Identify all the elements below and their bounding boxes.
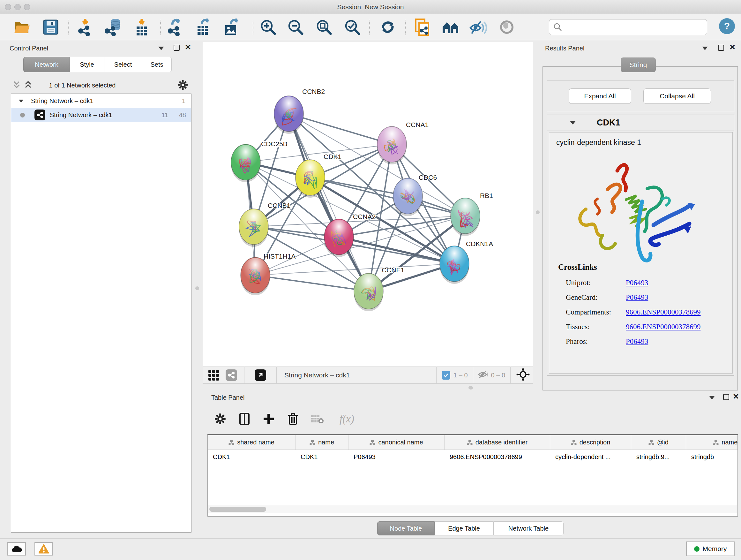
search-input[interactable] [549,19,707,35]
zoom-in-button[interactable] [259,17,277,37]
network-canvas[interactable]: CCNB2CCNA1CDC25BCDK1CDC6RB1CCNB1CCNA2CDK… [203,42,533,367]
network-node-RB1[interactable] [451,198,480,236]
hidden-items-button[interactable] [478,370,488,381]
show-details-button[interactable] [497,17,516,37]
column-header-description[interactable]: description [550,435,631,449]
function-builder-button[interactable]: f(x) [333,411,360,427]
column-header-shared-name[interactable]: shared name [208,435,295,449]
crosslink-link[interactable]: P06493 [626,294,648,302]
save-session-button[interactable] [42,17,60,37]
collapse-entry-icon[interactable] [570,121,576,125]
table-horizontal-scrollbar[interactable] [208,505,737,513]
table-cell[interactable]: P06493 [348,450,445,464]
network-node-CCNE1[interactable] [354,273,383,311]
clone-network-button[interactable] [413,17,431,37]
panel-collapse-icon[interactable] [709,396,715,399]
panel-collapse-icon[interactable] [702,47,708,50]
warnings-button[interactable] [35,542,53,556]
panel-close-icon[interactable]: ✕ [733,393,739,400]
table-cell[interactable]: CDK1 [295,450,348,464]
zoom-selected-button[interactable] [343,17,361,37]
import-network-file-button[interactable] [76,17,94,37]
column-header--id[interactable]: @id [631,435,686,449]
import-table-file-button[interactable] [132,17,151,37]
export-table-button[interactable] [194,17,212,37]
network-edge[interactable] [255,275,368,291]
crosslink-link[interactable]: 9606.ENSP00000378699 [626,308,701,316]
hide-details-button[interactable] [469,17,488,37]
column-header-namespace[interactable]: namespace [686,435,738,449]
show-grid-button[interactable] [205,367,222,383]
expand-all-button[interactable]: Expand All [569,88,631,104]
network-options-button[interactable] [178,79,188,91]
tab-edge-table[interactable]: Edge Table [434,521,493,536]
share-network-button[interactable] [226,369,237,381]
panel-float-icon[interactable] [174,45,180,51]
refresh-button[interactable] [379,17,397,37]
network-node-CCNB2[interactable] [274,96,304,134]
delete-column-button[interactable] [285,411,301,427]
network-node-CDKN1A[interactable] [440,246,469,284]
panel-float-icon[interactable] [723,394,729,400]
tab-style[interactable]: Style [70,57,104,72]
crosslink-link[interactable]: 9606.ENSP00000378699 [626,323,701,331]
panel-close-icon[interactable]: ✕ [729,44,736,51]
table-cell[interactable]: stringdb [686,450,738,464]
table-cell[interactable]: CDK1 [208,450,295,464]
first-neighbors-button[interactable] [441,17,460,37]
show-columns-button[interactable] [236,411,253,427]
tab-sets[interactable]: Sets [142,57,172,72]
network-node-CDK1[interactable] [295,160,325,198]
tab-network-table[interactable]: Network Table [493,521,563,536]
zoom-out-button[interactable] [286,17,305,37]
scrollbar-thumb[interactable] [209,507,266,512]
column-header-database-identifier[interactable]: database identifier [445,435,550,449]
table-cell[interactable]: stringdb:9... [631,450,686,464]
network-graph[interactable]: CCNB2CCNA1CDC25BCDK1CDC6RB1CCNB1CCNA2CDK… [203,42,533,367]
tab-string[interactable]: String [621,57,656,72]
cloud-status-button[interactable] [7,542,26,556]
table-cell[interactable]: 9606.ENSP00000378699 [445,450,550,464]
crosslink-link[interactable]: P06493 [626,337,648,346]
table-settings-button[interactable] [212,411,228,427]
vertical-splitter-handle[interactable] [536,210,540,214]
network-node-CCNA2[interactable] [324,219,354,257]
open-session-button[interactable] [13,17,31,37]
gene-card-header[interactable]: CDK1 [547,115,734,131]
help-button[interactable]: ? [719,18,735,34]
create-column-button[interactable] [260,411,277,427]
network-node-CDC25B[interactable] [231,144,260,182]
birdseye-view-button[interactable] [255,369,266,381]
clear-table-button[interactable] [309,411,326,427]
fit-selected-button[interactable] [516,368,530,382]
horizontal-splitter-handle[interactable] [468,386,473,389]
zoom-fit-button[interactable] [315,17,333,37]
tab-select[interactable]: Select [104,57,142,72]
export-network-button[interactable] [165,17,184,37]
network-edge[interactable] [310,178,465,216]
network-node-CCNA1[interactable] [377,126,407,165]
panel-close-icon[interactable]: ✕ [185,44,191,51]
collapse-all-button[interactable]: Collapse All [643,88,711,104]
export-image-button[interactable] [222,17,241,37]
column-header-canonical-name[interactable]: canonical name [348,435,445,449]
memory-button[interactable]: Memory [686,542,735,556]
selected-count-checkbox[interactable] [442,371,450,380]
network-row[interactable]: String Network – cdk1 11 48 [11,108,191,122]
tab-network[interactable]: Network [23,57,70,72]
network-collection-row[interactable]: String Network – cdk1 1 [11,94,191,108]
panel-collapse-icon[interactable] [158,47,164,50]
network-node-CDC6[interactable] [393,178,422,216]
table-row[interactable]: CDK1CDK1P064939606.ENSP00000378699cyclin… [208,450,738,464]
crosslink-link[interactable]: P06493 [626,279,648,287]
import-network-database-button[interactable] [105,17,123,37]
tree-expander-icon[interactable] [19,100,23,103]
network-node-HIST1H1A[interactable] [241,257,270,295]
tab-node-table[interactable]: Node Table [377,521,434,536]
vertical-splitter-handle[interactable] [195,287,199,290]
column-header-name[interactable]: name [295,435,348,449]
network-edge[interactable] [339,237,455,264]
network-edge[interactable] [289,114,392,144]
table-cell[interactable]: cyclin-dependent ... [550,450,631,464]
panel-float-icon[interactable] [718,45,724,51]
